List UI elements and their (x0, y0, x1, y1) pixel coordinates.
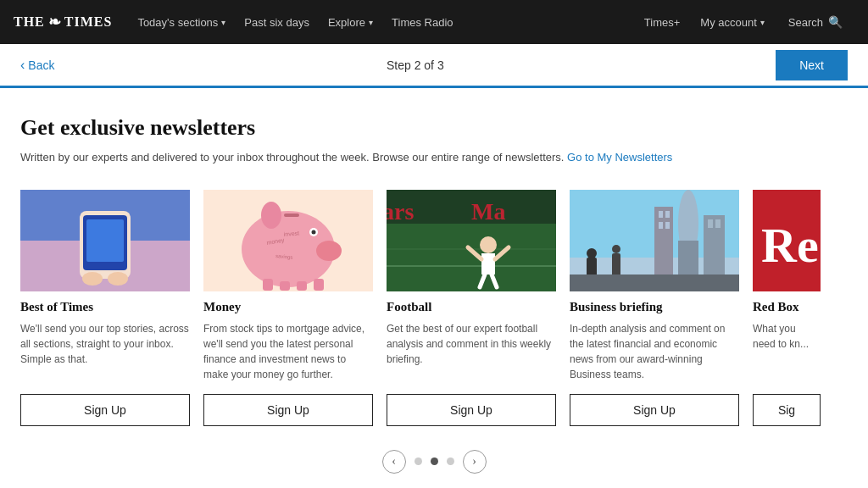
card-image-red-box: Red (753, 190, 821, 291)
pagination-next[interactable]: › (463, 450, 487, 474)
sign-up-football[interactable]: Sign Up (387, 394, 556, 426)
svg-rect-13 (263, 279, 273, 291)
svg-rect-4 (86, 219, 124, 262)
logo-the: THE (14, 14, 45, 30)
nav-times-plus[interactable]: Times+ (636, 11, 689, 34)
pagination-dot-1[interactable] (415, 458, 422, 465)
card-image-football: ars Ma (387, 190, 556, 291)
pagination-dot-2[interactable] (431, 458, 438, 465)
card-red-box: Red Red Box What you need to kn... Sig (753, 190, 821, 426)
card-image-business (570, 190, 739, 291)
card-image-best-of-times (20, 190, 190, 291)
step-bar: ‹ Back Step 2 of 3 Next (0, 44, 868, 88)
pagination-prev[interactable]: ‹ (382, 450, 406, 474)
sign-up-business-briefing[interactable]: Sign Up (570, 394, 739, 426)
red-box-illustration: Red (753, 190, 821, 291)
best-of-times-illustration (20, 190, 190, 291)
logo-crest-icon: ❧ (48, 13, 61, 31)
step-indicator: Step 2 of 3 (387, 58, 444, 72)
newsletter-cards: Best of Times We'll send you our top sto… (20, 190, 848, 426)
card-title: Business briefing (570, 300, 739, 314)
svg-rect-15 (297, 281, 307, 291)
svg-point-5 (82, 272, 103, 286)
chevron-left-icon: ‹ (20, 58, 25, 73)
sign-up-money[interactable]: Sign Up (203, 394, 373, 426)
page-description: Written by our experts and delivered to … (20, 149, 848, 166)
card-title: Best of Times (20, 300, 190, 314)
page-title: Get exclusive newsletters (20, 115, 848, 141)
svg-rect-26 (481, 253, 495, 274)
svg-point-11 (312, 230, 316, 234)
svg-rect-40 (659, 222, 663, 229)
svg-rect-17 (284, 214, 299, 217)
card-image-money: money savings invest (203, 190, 373, 291)
main-content: Get exclusive newsletters Written by our… (0, 88, 868, 488)
svg-rect-38 (659, 211, 663, 218)
card-title: Money (203, 300, 373, 314)
card-description: Get the best of our expert football anal… (387, 321, 556, 382)
svg-point-6 (108, 272, 128, 286)
card-money: money savings invest Money From stock ti… (203, 190, 373, 426)
chevron-down-icon: ▾ (369, 18, 373, 27)
football-illustration: ars Ma (387, 190, 556, 291)
svg-text:Red: Red (761, 218, 821, 273)
card-description: What you need to kn... (753, 321, 821, 382)
navbar: THE ❧ TIMES Today's sections ▾ Past six … (0, 0, 868, 44)
svg-rect-44 (715, 219, 721, 228)
svg-point-25 (480, 236, 497, 253)
svg-point-46 (587, 248, 597, 258)
card-best-of-times: Best of Times We'll send you our top sto… (20, 190, 190, 426)
svg-rect-16 (314, 279, 324, 291)
svg-rect-49 (570, 274, 739, 291)
svg-rect-41 (665, 222, 670, 229)
logo-times: TIMES (64, 14, 113, 30)
nav-search-button[interactable]: Search 🔍 (776, 10, 854, 34)
pagination-dot-3[interactable] (447, 458, 454, 465)
svg-point-9 (316, 241, 342, 261)
chevron-down-icon: ▾ (221, 18, 225, 27)
card-description: From stock tips to mortgage advice, we'l… (203, 321, 373, 382)
card-description: We'll send you our top stories, across a… (20, 321, 190, 382)
card-title: Football (387, 300, 556, 314)
sign-up-red-box[interactable]: Sig (753, 394, 821, 426)
chevron-down-icon: ▾ (760, 18, 765, 27)
sign-up-best-of-times[interactable]: Sign Up (20, 394, 190, 426)
svg-rect-43 (708, 219, 713, 228)
nav-todays-sections[interactable]: Today's sections ▾ (129, 11, 234, 34)
nav-times-radio[interactable]: Times Radio (383, 11, 461, 34)
svg-text:Ma: Ma (471, 198, 505, 225)
back-button[interactable]: ‹ Back (20, 58, 54, 73)
site-logo[interactable]: THE ❧ TIMES (14, 13, 112, 31)
svg-point-48 (612, 245, 620, 253)
card-description: In-depth analysis and comment on the lat… (570, 321, 739, 382)
card-title: Red Box (753, 300, 821, 314)
search-icon: 🔍 (828, 15, 843, 29)
svg-rect-14 (280, 281, 290, 291)
money-illustration: money savings invest (203, 190, 373, 291)
nav-past-six-days[interactable]: Past six days (236, 11, 318, 34)
svg-rect-39 (665, 211, 670, 218)
card-football: ars Ma Football Get the best of our expe… (387, 190, 556, 426)
next-button[interactable]: Next (776, 50, 848, 80)
nav-links: Today's sections ▾ Past six days Explore… (129, 11, 635, 34)
svg-text:ars: ars (387, 198, 414, 225)
nav-right: Times+ My account ▾ Search 🔍 (636, 10, 854, 34)
svg-point-12 (261, 202, 281, 229)
nav-my-account[interactable]: My account ▾ (692, 11, 772, 34)
business-illustration (570, 190, 739, 291)
card-business-briefing: Business briefing In-depth analysis and … (570, 190, 739, 426)
newsletters-link[interactable]: Go to My Newsletters (567, 151, 672, 164)
nav-explore[interactable]: Explore ▾ (320, 11, 381, 34)
pagination: ‹ › (20, 450, 848, 474)
